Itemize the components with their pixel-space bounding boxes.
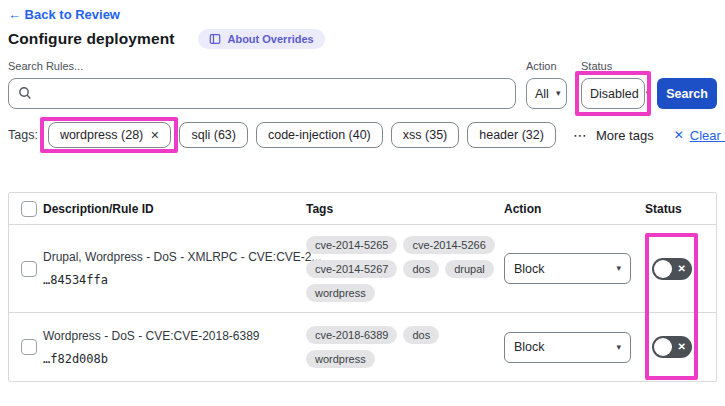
selected-tag-label: wordpress (28) (60, 128, 143, 142)
back-to-review-link[interactable]: ← Back to Review (8, 7, 120, 22)
close-icon: ✕ (674, 128, 684, 142)
row-checkbox[interactable] (21, 261, 37, 277)
rule-id: …84534ffa (43, 273, 300, 287)
status-filter-dropdown[interactable]: Disabled ▾ (581, 78, 645, 109)
chevron-down-icon: ▾ (556, 89, 561, 98)
row-checkbox[interactable] (21, 339, 37, 355)
close-icon: ✕ (678, 342, 686, 352)
rule-action-value: Block (514, 340, 545, 354)
selected-tag-wordpress[interactable]: wordpress (28) ✕ (48, 122, 172, 148)
search-icon (18, 86, 32, 104)
table-row: Wordpress - DoS - CVE:CVE-2018-6389 …f82… (9, 313, 716, 381)
rule-description: Drupal, Wordpress - DoS - XMLRPC - CVE:C… (43, 250, 300, 264)
column-header-tags: Tags (306, 202, 504, 216)
table-row: Drupal, Wordpress - DoS - XMLRPC - CVE:C… (9, 225, 716, 313)
rule-tag: dos (403, 326, 439, 344)
search-button[interactable]: Search (657, 78, 717, 109)
rule-action-value: Block (514, 262, 545, 276)
filter-row: Search Rules... Action All ▾ Status (8, 60, 717, 109)
rule-tag: cve-2018-6389 (306, 326, 397, 344)
tag-pill-code-injection[interactable]: code-injection (40) (256, 122, 383, 148)
title-row: Configure deployment About Overrides (8, 29, 325, 49)
rule-tags: cve-2018-6389 dos wordpress (306, 322, 502, 372)
tags-bar: Tags: wordpress (28) ✕ sqli (63) code-in… (8, 122, 725, 148)
rule-tag: dos (403, 260, 439, 278)
close-icon: ✕ (678, 264, 686, 274)
search-rules-input[interactable] (8, 78, 516, 109)
chevron-down-icon: ▾ (646, 89, 651, 98)
clear-tags-label: Clear tags (690, 128, 725, 143)
rule-tag: cve-2014-5267 (306, 260, 397, 278)
rule-tag: drupal (445, 260, 494, 278)
column-header-status: Status (639, 202, 716, 216)
action-filter-value: All (535, 87, 549, 101)
action-filter-dropdown[interactable]: All ▾ (526, 78, 567, 109)
book-icon (209, 33, 221, 45)
rule-tag: wordpress (306, 284, 375, 302)
toggle-knob (654, 260, 672, 278)
column-header-action: Action (504, 202, 639, 216)
column-header-description: Description/Rule ID (43, 202, 306, 216)
page-title: Configure deployment (8, 30, 174, 48)
about-overrides-badge[interactable]: About Overrides (198, 29, 324, 49)
more-tags-label: More tags (596, 128, 654, 143)
tag-pill-xss[interactable]: xss (35) (391, 122, 459, 148)
chevron-down-icon: ▾ (616, 264, 621, 273)
rule-tags: cve-2014-5265 cve-2014-5266 cve-2014-526… (306, 232, 502, 306)
more-tags-button[interactable]: ⋯ More tags (573, 127, 654, 143)
clear-tags-button[interactable]: ✕ Clear tags (674, 128, 725, 143)
rule-action-dropdown[interactable]: Block ▾ (504, 253, 631, 284)
action-filter-label: Action (526, 60, 567, 72)
search-rules-label: Search Rules... (8, 60, 516, 72)
rule-id: …f82d008b (43, 352, 300, 366)
tag-pill-sqli[interactable]: sqli (63) (179, 122, 247, 148)
select-all-checkbox[interactable] (21, 201, 37, 217)
status-filter-value: Disabled (590, 87, 639, 101)
tag-pill-header[interactable]: header (32) (467, 122, 556, 148)
rule-description: Wordpress - DoS - CVE:CVE-2018-6389 (43, 329, 300, 343)
tags-label: Tags: (8, 128, 38, 142)
table-header-row: Description/Rule ID Tags Action Status (9, 193, 716, 225)
rules-table: Description/Rule ID Tags Action Status D… (8, 192, 717, 382)
rule-action-dropdown[interactable]: Block ▾ (504, 332, 631, 363)
toggle-knob (654, 338, 672, 356)
rule-tag: cve-2014-5265 (306, 236, 397, 254)
about-overrides-label: About Overrides (227, 33, 313, 45)
close-icon[interactable]: ✕ (150, 129, 159, 142)
rule-tag: cve-2014-5266 (403, 236, 494, 254)
rule-status-toggle[interactable]: ✕ (652, 258, 692, 280)
ellipsis-icon: ⋯ (573, 127, 588, 143)
rule-status-toggle[interactable]: ✕ (652, 336, 692, 358)
rule-tag: wordpress (306, 350, 375, 368)
configure-deployment-page: ← Back to Review Configure deployment Ab… (0, 0, 725, 406)
chevron-down-icon: ▾ (616, 343, 621, 352)
status-filter-label: Status (581, 60, 645, 72)
